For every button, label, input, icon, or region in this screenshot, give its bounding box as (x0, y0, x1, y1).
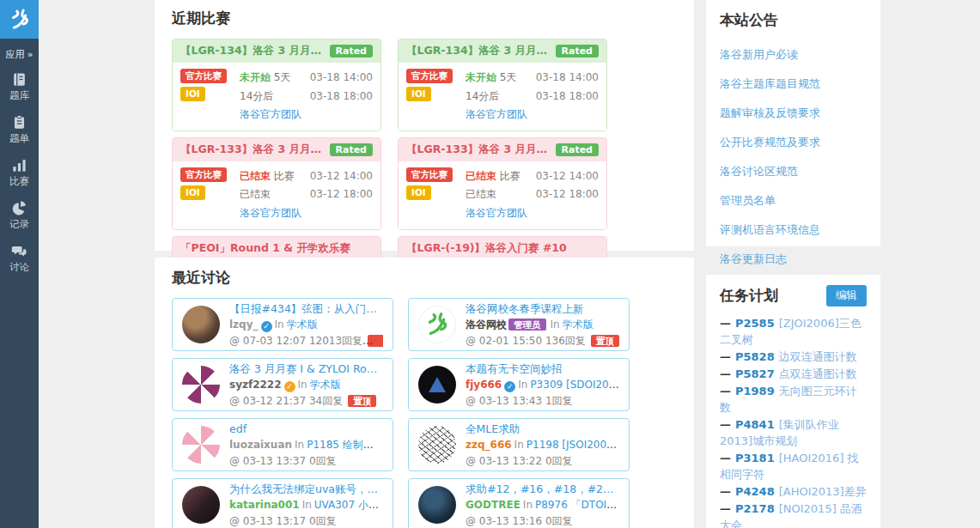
announcement-link[interactable]: 洛谷新用户必读 (720, 40, 867, 70)
task-problem-id[interactable]: P4248 (735, 485, 775, 498)
verified-icon: ✓ (261, 321, 272, 332)
avatar[interactable] (182, 426, 220, 464)
discussion-author-link[interactable]: GODTREE (466, 499, 520, 511)
dash-icon: — (720, 367, 731, 380)
in-label: In (518, 379, 527, 391)
rated-badge: Rated (556, 45, 600, 58)
contest-title-link[interactable]: 【LGR-133】洛谷 3 月月赛 I & ZYLOI ... (180, 143, 324, 157)
sidebar-item-label: 记录 (0, 218, 39, 231)
avatar[interactable] (418, 366, 456, 404)
discussion-author-link[interactable]: syzf2222 (229, 379, 282, 391)
recent-contests-panel: 近期比赛 【LGR-134】洛谷 3 月月赛 II &「GLR ... Rate… (155, 0, 694, 251)
task-item: —P5827点双连通图计数 (720, 366, 867, 382)
avatar[interactable] (182, 486, 220, 524)
discussion-author-link[interactable]: lzqy_ (229, 319, 259, 331)
announcement-link[interactable]: 管理员名单 (720, 186, 867, 215)
task-problem-link[interactable]: 边双连通图计数 (779, 350, 857, 363)
discussion-title-link[interactable]: 洛谷 3 月月赛 I & ZYLOI Round... (229, 361, 383, 377)
discussion-meta: @ 03-13 13:43 1回复 (466, 395, 573, 407)
contest-title-link[interactable]: 【LGR-(-19)】洛谷入门赛 #10 (406, 241, 567, 256)
task-item: —P2178[NOI2015] 品酒大会 (720, 501, 867, 528)
contest-start-time: 03-12 14:00 (310, 167, 373, 186)
discussion-meta: @ 03-13 13:22 0回复 (466, 455, 573, 467)
task-problem-id[interactable]: P5828 (735, 350, 775, 363)
apps-toggle[interactable]: 应用 » (0, 48, 39, 61)
avatar[interactable] (418, 486, 456, 524)
discussion-author-link[interactable]: fjy666 (466, 379, 502, 391)
announcement-link[interactable]: 题解审核及反馈要求 (720, 99, 867, 128)
task-problem-id[interactable]: P2178 (735, 502, 775, 515)
task-problem-id[interactable]: P1989 (735, 385, 775, 398)
discussion-meta: @ 03-13 13:37 0回复 (229, 455, 337, 467)
announcements-panel: 本站公告 洛谷新用户必读 洛谷主题库题目规范 题解审核及反馈要求 公开比赛规范及… (706, 0, 880, 246)
dash-icon: — (720, 452, 731, 464)
discussion-author-link[interactable]: luozaixuan (229, 439, 292, 451)
contest-organizer-link[interactable]: 洛谷官方团队 (240, 108, 301, 120)
contest-type-tag: 官方比赛 (180, 69, 227, 83)
contest-rule-tag: IOI (180, 185, 205, 200)
page: 应用 » 题库 题单 比赛 记录 (0, 0, 980, 528)
discussion-forum-link[interactable]: UVA307 小木棍 Sti... (314, 499, 383, 511)
discussion-title-link[interactable]: 求助#12，#16，#18，#21，#22 (466, 481, 619, 497)
announcement-link[interactable]: 洛谷讨论区规范 (720, 157, 867, 186)
discussion-forum-link[interactable]: P3309 [SDOI2014]向... (530, 379, 619, 391)
task-problem-link[interactable]: 点双连通图计数 (779, 367, 857, 380)
discussion-forum-link[interactable]: P1185 绘制二叉树 (307, 439, 383, 451)
contest-title-link[interactable]: 【LGR-134】洛谷 3 月月赛 II &「GLR ... (180, 44, 324, 58)
contest-title-link[interactable]: 「PEOI」Round 1 & 开学欢乐赛 (180, 241, 350, 256)
avatar[interactable] (182, 366, 220, 404)
contest-organizer-link[interactable]: 洛谷官方团队 (466, 207, 527, 219)
contest-start-time: 03-12 14:00 (536, 167, 599, 186)
discussion-title-link[interactable]: 洛谷网校冬春季课程上新 (466, 300, 619, 317)
announcement-link[interactable]: 评测机语言环境信息 (720, 215, 867, 245)
luogu-logo[interactable] (0, 0, 39, 39)
discussion-title-link[interactable]: 全MLE求助 (466, 421, 619, 437)
contest-rule-tag: IOI (406, 87, 431, 101)
announcement-link[interactable]: 洛谷更新日志 (720, 245, 867, 274)
contest-organizer-link[interactable]: 洛谷官方团队 (466, 108, 527, 120)
task-problem-id[interactable]: P5827 (735, 367, 775, 380)
discussion-title-link[interactable]: edf (229, 421, 383, 437)
edit-tasks-button[interactable]: 编辑 (826, 285, 867, 306)
sidebar-item-problems[interactable]: 题库 (0, 71, 39, 102)
discussion-card: 洛谷 3 月月赛 I & ZYLOI Round... syzf2222✓In学… (172, 358, 393, 411)
discussion-forum-link[interactable]: 学术版 (287, 319, 318, 331)
contest-organizer-link[interactable]: 洛谷官方团队 (240, 207, 301, 219)
task-problem-link[interactable]: [AHOI2013]差异 (779, 485, 867, 498)
discussion-author-link[interactable]: zzq_666 (466, 439, 512, 451)
discussion-title-link[interactable]: 为什么我无法绑定uva账号，求佬... (229, 481, 383, 497)
discussion-author-link[interactable]: katarina001 (229, 499, 300, 511)
in-label: In (551, 319, 560, 331)
verified-icon: ✓ (504, 381, 515, 392)
discussion-forum-link[interactable]: P8976 「DTOI-4」排... (535, 499, 619, 511)
announcement-link[interactable]: 公开比赛规范及要求 (720, 128, 867, 157)
task-item: —P4841[集训队作业2013]城市规划 (720, 416, 867, 449)
discussion-forum-link[interactable]: P1198 [JSOI2008] ... (527, 439, 619, 451)
task-problem-id[interactable]: P4841 (735, 418, 775, 431)
dash-icon: — (720, 385, 731, 398)
avatar[interactable] (418, 306, 456, 343)
discussion-title-link[interactable]: 【日报#434】弦图：从入门到入入... (229, 300, 383, 317)
discussion-card: 全MLE求助 zzq_666InP1198 [JSOI2008] ... @ 0… (408, 418, 630, 471)
discussion-forum-link[interactable]: 学术版 (310, 379, 341, 391)
sidebar-item-discussions[interactable]: 讨论 (0, 243, 39, 274)
contest-title-link[interactable]: 【LGR-134】洛谷 3 月月赛 II &「GLR-... (406, 44, 550, 58)
task-problem-id[interactable]: P2585 (735, 317, 775, 330)
discussion-title-link[interactable]: 本题有无卡空间妙招 (466, 361, 619, 377)
avatar[interactable] (418, 426, 456, 464)
sidebar-item-problem-lists[interactable]: 题单 (0, 114, 39, 145)
rated-badge: Rated (330, 143, 374, 156)
discussion-author-link[interactable]: 洛谷网校 (466, 319, 507, 331)
in-label: In (302, 499, 312, 511)
discussion-forum-link[interactable]: 学术版 (563, 319, 593, 331)
discussion-meta: @ 02-01 15:50 136回复 (466, 335, 586, 347)
contest-title-link[interactable]: 【LGR-133】洛谷 3 月月赛 I & ZYLOI ... (406, 143, 550, 157)
avatar[interactable] (182, 306, 220, 343)
sidebar-item-records[interactable]: 记录 (0, 200, 39, 231)
task-problem-id[interactable]: P3181 (735, 452, 775, 464)
announcement-link[interactable]: 洛谷主题库题目规范 (720, 70, 867, 99)
discussion-card: edf luozaixuanInP1185 绘制二叉树 @ 03-13 13:3… (172, 418, 393, 471)
sidebar-item-contests[interactable]: 比赛 (0, 157, 39, 188)
task-item: —P2585[ZJOI2006]三色二叉树 (720, 315, 867, 348)
contest-start-time: 03-18 14:00 (310, 69, 373, 88)
